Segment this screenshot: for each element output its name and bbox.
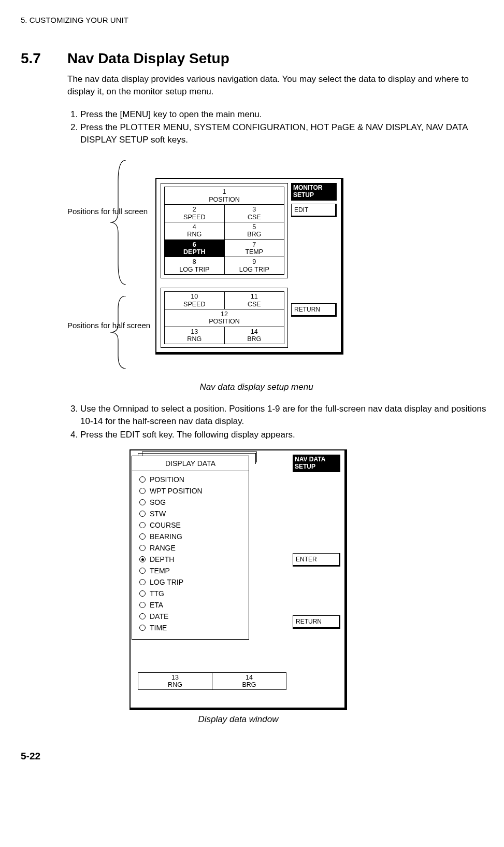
cell-4-rng[interactable]: 4RNG [165, 222, 224, 239]
radio-icon [139, 511, 146, 517]
figure-2: DISPLAY DATA POSITIONWPT POSITIONSOGSTWC… [129, 449, 347, 725]
enter-softkey[interactable]: ENTER [293, 553, 340, 567]
brace-half [108, 296, 128, 369]
radio-icon [139, 545, 146, 551]
radio-icon [139, 602, 146, 608]
cell-8-logtrip[interactable]: 8LOG TRIP [165, 257, 224, 274]
radio-icon [139, 556, 146, 562]
peek-row-below-popup: 13RNG 14BRG [138, 672, 286, 690]
softkey-title-nav-data-setup: NAV DATASETUP [293, 455, 340, 472]
option-label: LOG TRIP [150, 578, 183, 586]
radio-icon [139, 625, 146, 631]
cell-7-temp[interactable]: 7TEMP [224, 240, 284, 257]
option-range[interactable]: RANGE [139, 544, 243, 552]
edit-softkey[interactable]: EDIT [291, 204, 337, 217]
cell-12-position[interactable]: 12POSITION [165, 309, 284, 327]
cell-9-logtrip[interactable]: 9LOG TRIP [224, 257, 284, 274]
option-label: WPT POSITION [150, 487, 203, 495]
radio-icon [139, 476, 146, 483]
display-data-popup: DISPLAY DATA POSITIONWPT POSITIONSOGSTWC… [132, 456, 249, 640]
section-heading: 5.7Nav Data Display Setup [21, 50, 494, 67]
return-softkey-2[interactable]: RETURN [293, 615, 340, 629]
half-screen-grid: 10SPEED 11CSE 12POSITION 13RNG 14BRG [161, 288, 288, 348]
option-label: RANGE [150, 544, 176, 552]
radio-icon [139, 579, 146, 585]
radio-icon [139, 590, 146, 597]
figure-2-caption: Display data window [129, 714, 347, 725]
peek-cell-13[interactable]: 13RNG [138, 673, 212, 690]
cell-6-depth-selected[interactable]: 6DEPTH [165, 240, 224, 257]
option-eta[interactable]: ETA [139, 601, 243, 609]
steps-list-2: Use the Omnipad to select a position. Po… [67, 403, 494, 441]
page-number: 5-22 [21, 751, 494, 762]
option-sog[interactable]: SOG [139, 498, 243, 506]
cell-13-rng[interactable]: 13RNG [165, 327, 224, 344]
option-stw[interactable]: STW [139, 510, 243, 518]
step-4: Press the EDIT soft key. The following d… [80, 429, 494, 441]
cell-5-brg[interactable]: 5BRG [224, 222, 284, 239]
radio-icon [139, 613, 146, 619]
option-label: TIME [150, 624, 167, 632]
option-temp[interactable]: TEMP [139, 567, 243, 575]
monitor-setup-screen: 1POSITION 2SPEED 3CSE 4RNG 5BRG 6DEPTH [155, 178, 343, 355]
cell-1-position[interactable]: 1POSITION [165, 187, 284, 205]
intro-paragraph: The nav data display provides various na… [67, 73, 494, 98]
full-screen-grid: 1POSITION 2SPEED 3CSE 4RNG 5BRG 6DEPTH [161, 183, 288, 278]
radio-icon [139, 488, 146, 494]
chapter-header: 5. CUSTOMIZING YOUR UNIT [21, 16, 494, 24]
option-label: DATE [150, 612, 168, 620]
step-3: Use the Omnipad to select a position. Po… [80, 403, 494, 428]
option-wpt-position[interactable]: WPT POSITION [139, 487, 243, 495]
section-title-text: Nav Data Display Setup [67, 50, 229, 66]
option-label: COURSE [150, 521, 181, 529]
option-bearing[interactable]: BEARING [139, 532, 243, 541]
radio-icon [139, 499, 146, 505]
option-position[interactable]: POSITION [139, 475, 243, 484]
option-ttg[interactable]: TTG [139, 589, 243, 598]
cell-10-speed[interactable]: 10SPEED [165, 292, 224, 309]
figure-1-caption: Nav data display setup menu [124, 382, 388, 392]
cell-2-speed[interactable]: 2SPEED [165, 205, 224, 222]
option-label: ETA [150, 601, 163, 609]
option-depth[interactable]: DEPTH [139, 555, 243, 563]
option-label: DEPTH [150, 555, 174, 563]
radio-icon [139, 533, 146, 540]
radio-icon [139, 568, 146, 574]
step-2: Press the PLOTTER MENU, SYSTEM CONFIGURA… [80, 121, 494, 146]
radio-icon [139, 522, 146, 528]
figure-1: Positions for full screen Positions for … [67, 155, 388, 392]
popup-option-list: POSITIONWPT POSITIONSOGSTWCOURSEBEARINGR… [132, 471, 249, 636]
step-1: Press the [MENU] key to open the main me… [80, 108, 494, 121]
option-time[interactable]: TIME [139, 624, 243, 632]
option-label: TEMP [150, 567, 170, 575]
option-label: STW [150, 510, 166, 518]
option-label: TTG [150, 589, 164, 598]
cell-11-cse[interactable]: 11CSE [224, 292, 284, 309]
peek-cell-14[interactable]: 14BRG [212, 673, 286, 690]
option-date[interactable]: DATE [139, 612, 243, 620]
return-softkey[interactable]: RETURN [291, 303, 337, 317]
softkey-title-monitor-setup: MONITORSETUP [291, 183, 337, 201]
option-label: BEARING [150, 532, 182, 541]
option-label: POSITION [150, 475, 184, 484]
popup-title: DISPLAY DATA [132, 456, 249, 471]
option-course[interactable]: COURSE [139, 521, 243, 529]
steps-list-1: Press the [MENU] key to open the main me… [67, 108, 494, 146]
cell-14-brg[interactable]: 14BRG [224, 327, 284, 344]
option-log-trip[interactable]: LOG TRIP [139, 578, 243, 586]
brace-full [108, 160, 128, 285]
nav-data-setup-screen: DISPLAY DATA POSITIONWPT POSITIONSOGSTWC… [129, 449, 347, 710]
cell-3-cse[interactable]: 3CSE [224, 205, 284, 222]
option-label: SOG [150, 498, 166, 506]
section-number: 5.7 [21, 50, 67, 67]
